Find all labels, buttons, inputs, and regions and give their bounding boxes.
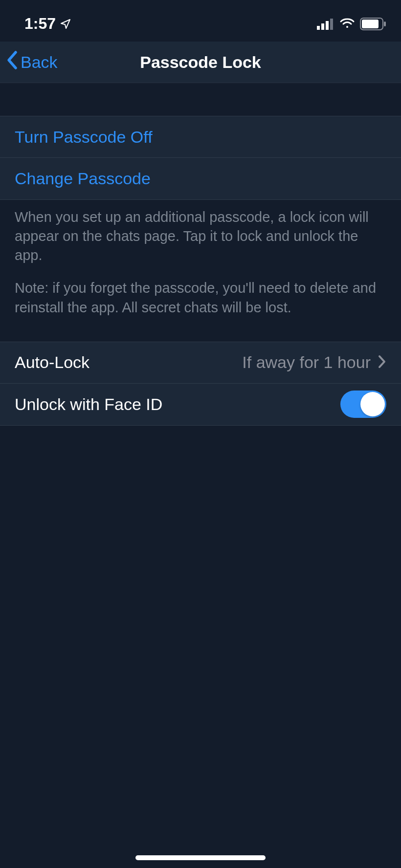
chevron-left-icon xyxy=(6,50,19,74)
face-id-row: Unlock with Face ID xyxy=(0,384,401,425)
change-passcode-label: Change Passcode xyxy=(15,169,151,188)
face-id-label: Unlock with Face ID xyxy=(15,395,340,414)
status-left: 1:57 xyxy=(24,15,71,33)
auto-lock-value: If away for 1 hour xyxy=(242,353,371,372)
location-icon xyxy=(60,18,71,30)
nav-bar: Back Passcode Lock xyxy=(0,42,401,83)
turn-passcode-off-label: Turn Passcode Off xyxy=(15,128,153,147)
face-id-toggle[interactable] xyxy=(340,391,386,418)
wifi-icon xyxy=(339,18,355,30)
svg-rect-0 xyxy=(317,26,320,30)
turn-passcode-off-row[interactable]: Turn Passcode Off xyxy=(0,116,401,158)
status-bar: 1:57 xyxy=(0,0,401,42)
lock-settings-section: Auto-Lock If away for 1 hour Unlock with… xyxy=(0,342,401,426)
footer-paragraph-2: Note: if you forget the passcode, you'll… xyxy=(15,279,386,317)
page-title: Passcode Lock xyxy=(140,53,261,72)
svg-rect-6 xyxy=(384,22,386,26)
auto-lock-row[interactable]: Auto-Lock If away for 1 hour xyxy=(0,342,401,384)
svg-rect-1 xyxy=(321,23,324,30)
status-right xyxy=(317,18,386,30)
section-footer: When you set up an additional passcode, … xyxy=(0,200,401,342)
cellular-icon xyxy=(317,18,334,30)
auto-lock-label: Auto-Lock xyxy=(15,353,242,372)
svg-rect-5 xyxy=(362,20,379,28)
home-indicator[interactable] xyxy=(135,855,266,860)
change-passcode-row[interactable]: Change Passcode xyxy=(0,158,401,199)
passcode-actions-section: Turn Passcode Off Change Passcode xyxy=(0,116,401,200)
content: Turn Passcode Off Change Passcode When y… xyxy=(0,83,401,426)
svg-rect-2 xyxy=(326,21,329,30)
back-label: Back xyxy=(21,53,58,72)
svg-rect-3 xyxy=(330,19,333,30)
chevron-right-icon xyxy=(378,354,386,371)
toggle-knob xyxy=(360,392,385,416)
battery-icon xyxy=(360,18,386,30)
back-button[interactable]: Back xyxy=(0,50,58,74)
footer-paragraph-1: When you set up an additional passcode, … xyxy=(15,208,386,265)
section-spacer xyxy=(0,83,401,116)
status-time: 1:57 xyxy=(24,15,56,33)
